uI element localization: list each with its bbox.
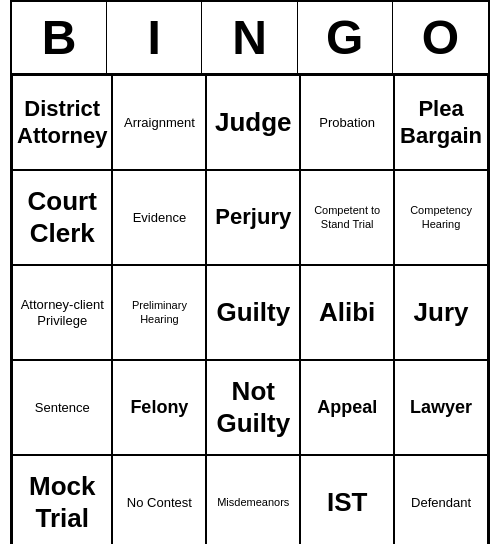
cell-text: Probation (319, 115, 375, 131)
bingo-cell: Perjury (206, 170, 300, 265)
bingo-cell: Competency Hearing (394, 170, 488, 265)
header-letter: N (202, 2, 297, 73)
bingo-cell: Court Clerk (12, 170, 112, 265)
bingo-cell: Defendant (394, 455, 488, 544)
bingo-cell: Plea Bargain (394, 75, 488, 170)
bingo-cell: Lawyer (394, 360, 488, 455)
cell-text: Competent to Stand Trial (305, 204, 389, 230)
cell-text: Misdemeanors (217, 496, 289, 509)
bingo-cell: Sentence (12, 360, 112, 455)
bingo-cell: Preliminary Hearing (112, 265, 206, 360)
cell-text: Lawyer (410, 397, 472, 419)
bingo-cell: Arraignment (112, 75, 206, 170)
cell-text: Defendant (411, 495, 471, 511)
cell-text: Not Guilty (211, 376, 295, 438)
cell-text: Guilty (216, 297, 290, 328)
cell-text: Judge (215, 107, 292, 138)
header-letter: G (298, 2, 393, 73)
cell-text: Attorney-client Privilege (17, 297, 107, 328)
bingo-cell: IST (300, 455, 394, 544)
header-letter: O (393, 2, 488, 73)
cell-text: Competency Hearing (399, 204, 483, 230)
cell-text: Mock Trial (17, 471, 107, 533)
bingo-cell: Misdemeanors (206, 455, 300, 544)
bingo-cell: Felony (112, 360, 206, 455)
cell-text: Arraignment (124, 115, 195, 131)
bingo-cell: Attorney-client Privilege (12, 265, 112, 360)
bingo-cell: Evidence (112, 170, 206, 265)
cell-text: Appeal (317, 397, 377, 419)
cell-text: Felony (130, 397, 188, 419)
bingo-cell: Alibi (300, 265, 394, 360)
bingo-card: BINGO District AttorneyArraignmentJudgeP… (10, 0, 490, 544)
header-letter: B (12, 2, 107, 73)
cell-text: Plea Bargain (399, 96, 483, 149)
bingo-cell: No Contest (112, 455, 206, 544)
bingo-cell: Appeal (300, 360, 394, 455)
bingo-cell: Not Guilty (206, 360, 300, 455)
cell-text: No Contest (127, 495, 192, 511)
bingo-grid: District AttorneyArraignmentJudgeProbati… (12, 75, 488, 544)
bingo-cell: Jury (394, 265, 488, 360)
bingo-cell: Competent to Stand Trial (300, 170, 394, 265)
cell-text: Jury (414, 297, 469, 328)
bingo-cell: Mock Trial (12, 455, 112, 544)
cell-text: Evidence (133, 210, 186, 226)
bingo-cell: Guilty (206, 265, 300, 360)
bingo-cell: District Attorney (12, 75, 112, 170)
bingo-header: BINGO (12, 2, 488, 75)
bingo-cell: Judge (206, 75, 300, 170)
bingo-cell: Probation (300, 75, 394, 170)
cell-text: Alibi (319, 297, 375, 328)
cell-text: Preliminary Hearing (117, 299, 201, 325)
cell-text: Perjury (215, 204, 291, 230)
cell-text: Sentence (35, 400, 90, 416)
cell-text: District Attorney (17, 96, 107, 149)
header-letter: I (107, 2, 202, 73)
cell-text: Court Clerk (17, 186, 107, 248)
cell-text: IST (327, 487, 367, 518)
